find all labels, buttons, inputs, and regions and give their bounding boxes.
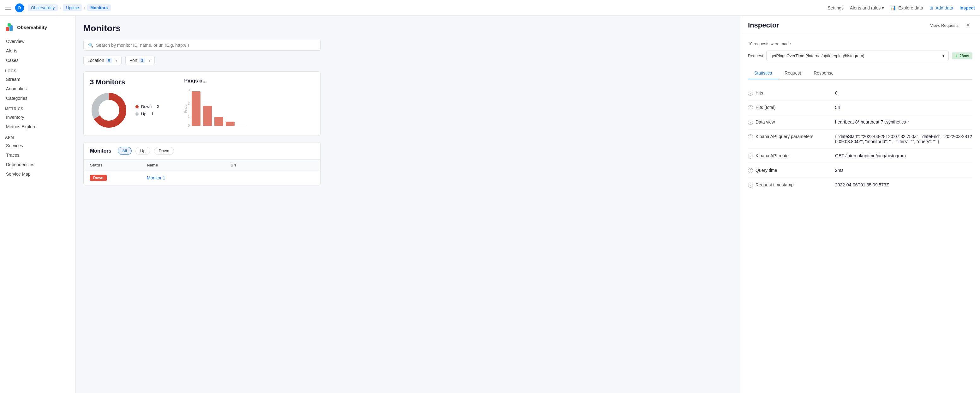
stats-row-data-view: ? Data view heartbeat-8*,heartbeat-7*,sy… (748, 115, 972, 129)
request-dropdown[interactable]: getPingsOverTime (/internal/uptime/ping/… (766, 51, 949, 61)
sidebar: Observability Overview Alerts Cases Logs… (0, 16, 76, 393)
filter-down-btn[interactable]: Down (154, 147, 174, 155)
logs-section-title: Logs (0, 66, 75, 75)
sidebar-brand: Observability (0, 19, 75, 37)
up-dot (135, 112, 138, 116)
table-columns: Status Name Url (84, 160, 320, 171)
chevron-down-icon: ▾ (942, 53, 945, 58)
stats-value-data-view: heartbeat-8*,heartbeat-7*,synthetics-* (835, 120, 972, 125)
legend-up: Up 1 (135, 112, 159, 116)
inspector-panel: Inspector View: Requests × 10 requests w… (740, 16, 980, 393)
breadcrumb-monitors: Monitors (87, 5, 111, 11)
sidebar-item-alerts[interactable]: Alerts (0, 46, 75, 56)
inspect-link[interactable]: Inspect (959, 5, 975, 10)
filters-row: Location 0 ▾ Port 1 ▾ (83, 56, 321, 65)
stats-value-kibana-route: GET /internal/uptime/ping/histogram (835, 153, 972, 158)
filter-all-btn[interactable]: All (118, 147, 132, 155)
svg-text:1: 1 (188, 115, 190, 118)
top-nav: D Observability › Uptime › Monitors Sett… (0, 0, 980, 16)
inspector-body: 10 requests were made Request getPingsOv… (740, 35, 980, 393)
tab-response[interactable]: Response (807, 67, 840, 79)
svg-rect-12 (192, 91, 200, 126)
legend-down: Down 2 (135, 104, 159, 109)
sidebar-item-services[interactable]: Services (0, 141, 75, 150)
monitors-count: 3 Monitors (90, 78, 159, 86)
app-container: D Observability › Uptime › Monitors Sett… (0, 0, 980, 393)
time-badge: 28ms (952, 53, 972, 59)
stats-key-kibana-query: ? Kibana API query parameters (748, 134, 830, 139)
explore-data-link[interactable]: 📊 Explore data (890, 5, 923, 10)
stats-value-request-timestamp: 2022-04-06T01:35:09.573Z (835, 182, 972, 187)
donut-chart (90, 91, 128, 129)
stats-key-data-view: ? Data view (748, 120, 830, 125)
inspector-tabs: Statistics Request Response (748, 67, 972, 80)
sidebar-item-cases[interactable]: Cases (0, 56, 75, 65)
table-header: Monitors All Up Down (84, 142, 320, 160)
port-filter[interactable]: Port 1 ▾ (125, 56, 155, 65)
request-label: Request (748, 51, 763, 61)
info-icon-kibana-route: ? (748, 153, 753, 158)
down-dot (135, 105, 138, 109)
svg-text:3: 3 (188, 88, 190, 92)
svg-rect-14 (215, 117, 223, 126)
svg-text:Pings: Pings (184, 105, 187, 113)
sidebar-item-anomalies[interactable]: Anomalies (0, 84, 75, 94)
sidebar-item-categories[interactable]: Categories (0, 94, 75, 103)
table-row: Down Monitor 1 (84, 171, 320, 185)
add-data-link[interactable]: ⊞ Add data (929, 5, 953, 10)
info-icon-hits: ? (748, 91, 753, 96)
stats-row-query-time: ? Query time 2ms (748, 163, 972, 178)
monitors-table-card: Monitors All Up Down Status Name Url Dow… (83, 142, 321, 185)
sidebar-item-inventory[interactable]: Inventory (0, 112, 75, 122)
sidebar-item-service-map[interactable]: Service Map (0, 169, 75, 179)
tab-request[interactable]: Request (778, 67, 807, 79)
breadcrumb-observability[interactable]: Observability (28, 5, 58, 11)
inspector-close-button[interactable]: × (964, 21, 972, 30)
table-title: Monitors (90, 148, 111, 154)
status-cell: Down (90, 175, 147, 181)
page-title: Monitors (83, 23, 321, 34)
inspector-header: Inspector View: Requests × (740, 16, 980, 35)
svg-rect-0 (6, 27, 9, 31)
breadcrumb-uptime[interactable]: Uptime (63, 5, 82, 11)
filter-up-btn[interactable]: Up (135, 147, 150, 155)
search-input[interactable] (96, 43, 316, 48)
request-selector: Request getPingsOverTime (/internal/upti… (748, 51, 972, 61)
sidebar-section-top: Overview Alerts Cases (0, 37, 75, 65)
info-icon-data-view: ? (748, 120, 753, 125)
location-filter[interactable]: Location 0 ▾ (83, 56, 122, 65)
avatar: D (15, 3, 24, 12)
stats-row-kibana-query: ? Kibana API query parameters { "dateSta… (748, 129, 972, 149)
stats-key-hits: ? Hits (748, 90, 830, 96)
chart-legend: Down 2 Up 1 (135, 104, 159, 116)
sidebar-item-stream[interactable]: Stream (0, 75, 75, 84)
chevron-down-icon: ▾ (882, 5, 884, 10)
requests-info: 10 requests were made (748, 42, 972, 46)
stats-key-hits-total: ? Hits (total) (748, 105, 830, 110)
stats-value-query-time: 2ms (835, 168, 972, 173)
stats-key-query-time: ? Query time (748, 168, 830, 173)
stats-key-kibana-route: ? Kibana API route (748, 153, 830, 158)
info-icon-kibana-query: ? (748, 134, 753, 139)
chevron-down-icon: ▾ (115, 58, 118, 63)
svg-point-6 (100, 101, 118, 119)
monitors-header: 3 Monitors (90, 78, 314, 129)
grid-icon: ⊞ (929, 5, 933, 10)
breadcrumb-sep-2: › (84, 6, 85, 10)
sidebar-item-metrics-explorer[interactable]: Metrics Explorer (0, 122, 75, 131)
settings-link[interactable]: Settings (827, 5, 843, 10)
tab-statistics[interactable]: Statistics (748, 67, 778, 79)
bar-chart-section: Pings o... 3 2 1 0 Pings (184, 78, 247, 129)
hamburger-icon[interactable] (5, 5, 11, 11)
monitor-link[interactable]: Monitor 1 (147, 175, 165, 181)
sidebar-item-traces[interactable]: Traces (0, 150, 75, 160)
stats-value-kibana-query: { "dateStart": "2022-03-28T20:07:32.750Z… (835, 134, 972, 144)
svg-text:0: 0 (188, 123, 190, 127)
nav-right: Settings Alerts and rules ▾ 📊 Explore da… (827, 5, 975, 10)
breadcrumb: Observability › Uptime › Monitors (28, 5, 111, 11)
alerts-link[interactable]: Alerts and rules ▾ (850, 5, 884, 10)
sidebar-item-overview[interactable]: Overview (0, 37, 75, 46)
request-value: getPingsOverTime (/internal/uptime/ping/… (770, 53, 864, 58)
brand-icon (5, 23, 14, 32)
sidebar-item-dependencies[interactable]: Dependencies (0, 160, 75, 169)
